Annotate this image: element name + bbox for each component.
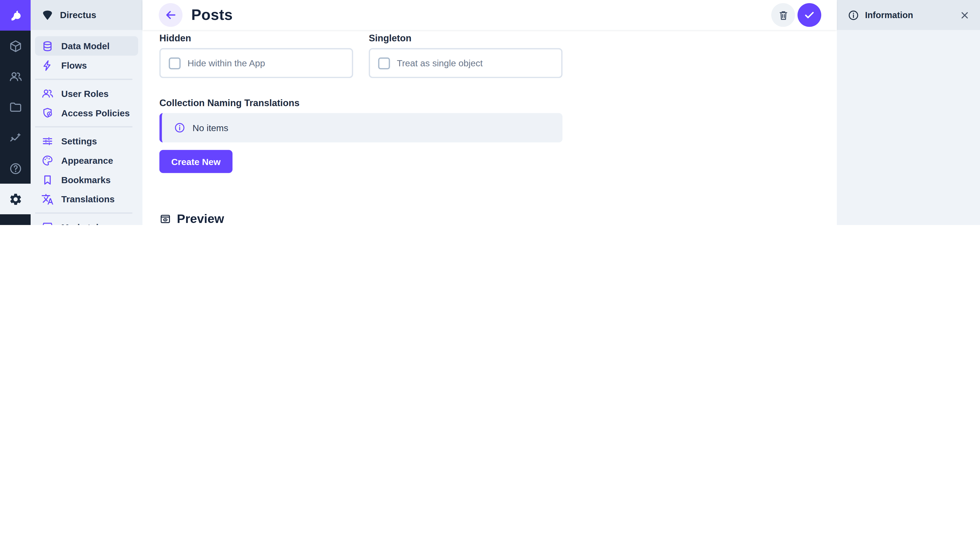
project-logo-icon (41, 9, 54, 21)
arrow-left-icon (164, 9, 177, 21)
module-help[interactable] (0, 153, 30, 184)
gear-icon (8, 192, 22, 206)
shield-person-icon (41, 106, 54, 119)
module-user-directory[interactable] (0, 61, 30, 92)
no-items-text: No items (192, 123, 228, 133)
back-button[interactable] (159, 3, 183, 27)
storefront-icon (41, 221, 54, 225)
nav-item-label: Flows (61, 60, 87, 70)
singleton-checkbox-control[interactable]: Treat as single object (369, 48, 563, 78)
settings-nav-sidebar: Directus Data Model Flows User Rol (30, 0, 142, 225)
singleton-field-label: Singleton (369, 33, 563, 43)
nav-item-flows[interactable]: Flows (35, 56, 138, 75)
project-name: Directus (60, 10, 96, 20)
checkbox-unchecked-icon[interactable] (378, 57, 390, 69)
group-icon (41, 87, 54, 100)
insights-icon (8, 131, 22, 144)
nav-item-label: Settings (61, 136, 97, 146)
check-icon (803, 9, 816, 21)
tune-icon (41, 135, 54, 147)
info-icon (174, 122, 186, 134)
palette-icon (41, 154, 54, 167)
module-content[interactable] (0, 30, 30, 61)
module-bar-spacer (0, 214, 30, 225)
info-sidebar-body (837, 30, 980, 225)
group-icon (8, 70, 22, 83)
module-bar (0, 0, 30, 225)
checkbox-unchecked-icon[interactable] (169, 57, 181, 69)
info-icon (848, 9, 859, 21)
nav-item-label: Access Policies (61, 108, 130, 118)
main-header: Posts (142, 0, 837, 30)
module-settings[interactable] (0, 184, 30, 214)
preview-section-title: Preview (177, 212, 224, 225)
nav-divider (35, 126, 132, 127)
preview-section-header: Preview (159, 212, 563, 225)
database-icon (41, 40, 54, 52)
directus-app: Directus Data Model Flows User Rol (0, 0, 980, 225)
directus-logo[interactable] (0, 0, 30, 30)
module-insights[interactable] (0, 122, 30, 153)
folder-icon (8, 100, 22, 114)
nav-divider (35, 79, 132, 80)
trash-icon (777, 9, 789, 21)
hidden-field-label: Hidden (159, 33, 353, 43)
nav-item-label: Appearance (61, 156, 113, 165)
cube-icon (8, 39, 22, 53)
nav-item-label: Marketplace (61, 222, 114, 225)
project-chooser[interactable]: Directus (30, 0, 142, 30)
nav-divider (35, 213, 132, 214)
page-title: Posts (191, 6, 233, 24)
preview-icon (159, 213, 171, 225)
rabbit-icon (7, 7, 24, 24)
info-sidebar-title: Information (865, 10, 913, 20)
nav-item-appearance[interactable]: Appearance (35, 151, 138, 170)
translate-icon (41, 193, 54, 205)
save-button[interactable] (797, 3, 821, 27)
naming-translations-label: Collection Naming Translations (159, 98, 563, 108)
nav-item-settings[interactable]: Settings (35, 131, 138, 151)
bolt-icon (41, 59, 54, 71)
info-sidebar: Information Activity Log (837, 0, 980, 225)
close-sidebar-button[interactable] (959, 10, 970, 21)
nav-item-marketplace[interactable]: Marketplace (35, 218, 138, 225)
module-file-library[interactable] (0, 92, 30, 122)
nav-item-label: Bookmarks (61, 175, 110, 184)
help-icon (8, 162, 22, 175)
nav-item-data-model[interactable]: Data Model (35, 36, 138, 56)
main-area: Posts Hidden Singleton (142, 0, 837, 225)
hidden-checkbox-label: Hide within the App (188, 58, 265, 68)
nav-item-label: Translations (61, 194, 115, 204)
nav-list: Data Model Flows User Roles Access Pol (30, 30, 142, 225)
header-actions (771, 3, 821, 27)
nav-item-label: Data Model (61, 41, 110, 51)
bookmark-icon (41, 173, 54, 186)
singleton-checkbox-label: Treat as single object (397, 58, 483, 68)
nav-item-label: User Roles (61, 89, 109, 98)
collection-settings-form: Hidden Singleton Hide within the App Tre… (142, 30, 837, 225)
nav-item-translations[interactable]: Translations (35, 189, 138, 209)
hidden-checkbox-control[interactable]: Hide within the App (159, 48, 353, 78)
nav-item-bookmarks[interactable]: Bookmarks (35, 170, 138, 189)
delete-collection-button[interactable] (771, 3, 795, 27)
nav-item-user-roles[interactable]: User Roles (35, 84, 138, 103)
create-new-button[interactable]: Create New (159, 150, 232, 173)
no-items-notice: No items (159, 113, 563, 142)
info-sidebar-header[interactable]: Information (837, 0, 980, 30)
nav-item-access-policies[interactable]: Access Policies (35, 103, 138, 122)
